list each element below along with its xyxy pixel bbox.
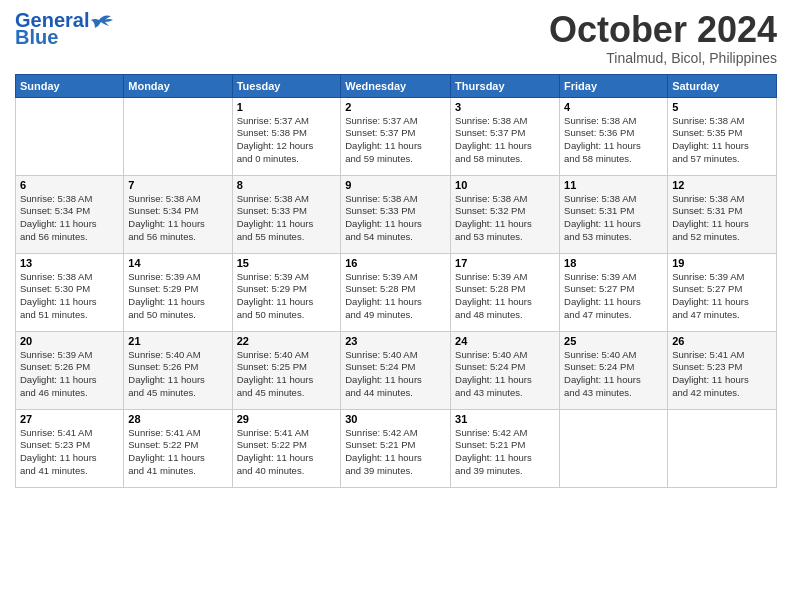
logo: General Blue — [15, 10, 113, 49]
table-row: 5Sunrise: 5:38 AM Sunset: 5:35 PM Daylig… — [668, 97, 777, 175]
day-detail: Sunrise: 5:38 AM Sunset: 5:33 PM Dayligh… — [345, 193, 446, 244]
table-row: 10Sunrise: 5:38 AM Sunset: 5:32 PM Dayli… — [451, 175, 560, 253]
day-detail: Sunrise: 5:38 AM Sunset: 5:33 PM Dayligh… — [237, 193, 337, 244]
day-detail: Sunrise: 5:38 AM Sunset: 5:31 PM Dayligh… — [564, 193, 663, 244]
day-detail: Sunrise: 5:40 AM Sunset: 5:24 PM Dayligh… — [455, 349, 555, 400]
day-number: 7 — [128, 179, 227, 191]
col-wednesday: Wednesday — [341, 74, 451, 97]
day-number: 3 — [455, 101, 555, 113]
day-number: 6 — [20, 179, 119, 191]
table-row: 31Sunrise: 5:42 AM Sunset: 5:21 PM Dayli… — [451, 409, 560, 487]
day-number: 22 — [237, 335, 337, 347]
table-row: 18Sunrise: 5:39 AM Sunset: 5:27 PM Dayli… — [560, 253, 668, 331]
day-number: 31 — [455, 413, 555, 425]
table-row: 19Sunrise: 5:39 AM Sunset: 5:27 PM Dayli… — [668, 253, 777, 331]
day-number: 12 — [672, 179, 772, 191]
table-row: 22Sunrise: 5:40 AM Sunset: 5:25 PM Dayli… — [232, 331, 341, 409]
table-row: 6Sunrise: 5:38 AM Sunset: 5:34 PM Daylig… — [16, 175, 124, 253]
day-number: 30 — [345, 413, 446, 425]
table-row: 13Sunrise: 5:38 AM Sunset: 5:30 PM Dayli… — [16, 253, 124, 331]
day-number: 8 — [237, 179, 337, 191]
day-detail: Sunrise: 5:40 AM Sunset: 5:24 PM Dayligh… — [345, 349, 446, 400]
day-detail: Sunrise: 5:41 AM Sunset: 5:23 PM Dayligh… — [20, 427, 119, 478]
day-detail: Sunrise: 5:39 AM Sunset: 5:29 PM Dayligh… — [237, 271, 337, 322]
table-row: 3Sunrise: 5:38 AM Sunset: 5:37 PM Daylig… — [451, 97, 560, 175]
day-number: 28 — [128, 413, 227, 425]
day-detail: Sunrise: 5:38 AM Sunset: 5:34 PM Dayligh… — [20, 193, 119, 244]
table-row: 1Sunrise: 5:37 AM Sunset: 5:38 PM Daylig… — [232, 97, 341, 175]
col-friday: Friday — [560, 74, 668, 97]
day-number: 20 — [20, 335, 119, 347]
col-tuesday: Tuesday — [232, 74, 341, 97]
day-detail: Sunrise: 5:37 AM Sunset: 5:37 PM Dayligh… — [345, 115, 446, 166]
day-detail: Sunrise: 5:39 AM Sunset: 5:26 PM Dayligh… — [20, 349, 119, 400]
day-number: 5 — [672, 101, 772, 113]
day-number: 19 — [672, 257, 772, 269]
page-header: General Blue October 2024 Tinalmud, Bico… — [15, 10, 777, 66]
location-subtitle: Tinalmud, Bicol, Philippines — [549, 50, 777, 66]
day-number: 29 — [237, 413, 337, 425]
table-row: 20Sunrise: 5:39 AM Sunset: 5:26 PM Dayli… — [16, 331, 124, 409]
day-detail: Sunrise: 5:42 AM Sunset: 5:21 PM Dayligh… — [455, 427, 555, 478]
day-number: 14 — [128, 257, 227, 269]
day-detail: Sunrise: 5:41 AM Sunset: 5:23 PM Dayligh… — [672, 349, 772, 400]
col-monday: Monday — [124, 74, 232, 97]
table-row: 25Sunrise: 5:40 AM Sunset: 5:24 PM Dayli… — [560, 331, 668, 409]
day-detail: Sunrise: 5:40 AM Sunset: 5:25 PM Dayligh… — [237, 349, 337, 400]
day-number: 25 — [564, 335, 663, 347]
table-row: 23Sunrise: 5:40 AM Sunset: 5:24 PM Dayli… — [341, 331, 451, 409]
table-row: 11Sunrise: 5:38 AM Sunset: 5:31 PM Dayli… — [560, 175, 668, 253]
day-detail: Sunrise: 5:38 AM Sunset: 5:36 PM Dayligh… — [564, 115, 663, 166]
table-row: 16Sunrise: 5:39 AM Sunset: 5:28 PM Dayli… — [341, 253, 451, 331]
day-number: 15 — [237, 257, 337, 269]
page-container: General Blue October 2024 Tinalmud, Bico… — [0, 0, 792, 498]
col-sunday: Sunday — [16, 74, 124, 97]
table-row: 24Sunrise: 5:40 AM Sunset: 5:24 PM Dayli… — [451, 331, 560, 409]
table-row: 28Sunrise: 5:41 AM Sunset: 5:22 PM Dayli… — [124, 409, 232, 487]
day-number: 9 — [345, 179, 446, 191]
table-row — [124, 97, 232, 175]
day-detail: Sunrise: 5:40 AM Sunset: 5:26 PM Dayligh… — [128, 349, 227, 400]
day-detail: Sunrise: 5:39 AM Sunset: 5:28 PM Dayligh… — [455, 271, 555, 322]
calendar-table: Sunday Monday Tuesday Wednesday Thursday… — [15, 74, 777, 488]
table-row: 21Sunrise: 5:40 AM Sunset: 5:26 PM Dayli… — [124, 331, 232, 409]
day-detail: Sunrise: 5:38 AM Sunset: 5:32 PM Dayligh… — [455, 193, 555, 244]
day-detail: Sunrise: 5:40 AM Sunset: 5:24 PM Dayligh… — [564, 349, 663, 400]
day-number: 27 — [20, 413, 119, 425]
day-detail: Sunrise: 5:38 AM Sunset: 5:34 PM Dayligh… — [128, 193, 227, 244]
day-detail: Sunrise: 5:38 AM Sunset: 5:30 PM Dayligh… — [20, 271, 119, 322]
day-number: 18 — [564, 257, 663, 269]
table-row — [668, 409, 777, 487]
table-row: 2Sunrise: 5:37 AM Sunset: 5:37 PM Daylig… — [341, 97, 451, 175]
day-detail: Sunrise: 5:41 AM Sunset: 5:22 PM Dayligh… — [237, 427, 337, 478]
day-number: 11 — [564, 179, 663, 191]
table-row: 12Sunrise: 5:38 AM Sunset: 5:31 PM Dayli… — [668, 175, 777, 253]
table-row — [16, 97, 124, 175]
day-detail: Sunrise: 5:38 AM Sunset: 5:35 PM Dayligh… — [672, 115, 772, 166]
logo-bird-icon — [91, 12, 113, 28]
day-number: 2 — [345, 101, 446, 113]
table-row: 4Sunrise: 5:38 AM Sunset: 5:36 PM Daylig… — [560, 97, 668, 175]
day-number: 24 — [455, 335, 555, 347]
table-row: 8Sunrise: 5:38 AM Sunset: 5:33 PM Daylig… — [232, 175, 341, 253]
day-detail: Sunrise: 5:37 AM Sunset: 5:38 PM Dayligh… — [237, 115, 337, 166]
day-detail: Sunrise: 5:38 AM Sunset: 5:37 PM Dayligh… — [455, 115, 555, 166]
day-detail: Sunrise: 5:39 AM Sunset: 5:28 PM Dayligh… — [345, 271, 446, 322]
table-row: 26Sunrise: 5:41 AM Sunset: 5:23 PM Dayli… — [668, 331, 777, 409]
day-number: 17 — [455, 257, 555, 269]
day-detail: Sunrise: 5:42 AM Sunset: 5:21 PM Dayligh… — [345, 427, 446, 478]
table-row: 27Sunrise: 5:41 AM Sunset: 5:23 PM Dayli… — [16, 409, 124, 487]
logo-blue: Blue — [15, 26, 58, 49]
table-row: 30Sunrise: 5:42 AM Sunset: 5:21 PM Dayli… — [341, 409, 451, 487]
day-detail: Sunrise: 5:39 AM Sunset: 5:27 PM Dayligh… — [672, 271, 772, 322]
day-number: 4 — [564, 101, 663, 113]
day-number: 13 — [20, 257, 119, 269]
title-block: October 2024 Tinalmud, Bicol, Philippine… — [549, 10, 777, 66]
day-number: 1 — [237, 101, 337, 113]
calendar-header-row: Sunday Monday Tuesday Wednesday Thursday… — [16, 74, 777, 97]
day-number: 21 — [128, 335, 227, 347]
col-thursday: Thursday — [451, 74, 560, 97]
table-row — [560, 409, 668, 487]
table-row: 7Sunrise: 5:38 AM Sunset: 5:34 PM Daylig… — [124, 175, 232, 253]
day-detail: Sunrise: 5:39 AM Sunset: 5:29 PM Dayligh… — [128, 271, 227, 322]
